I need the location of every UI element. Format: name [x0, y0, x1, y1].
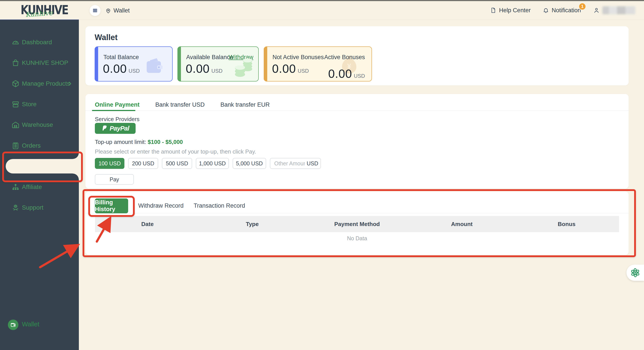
empty-state-text: No Data — [95, 235, 619, 242]
wallet-illustration-icon — [144, 58, 164, 76]
total-balance-label: Total Balance — [104, 54, 139, 61]
currency-label: USD — [298, 68, 309, 74]
amount-1000-button[interactable]: 1,000 USD — [196, 158, 229, 169]
sidebar-item-affiliate[interactable]: Affiliate — [0, 180, 79, 194]
other-amount-currency: USD — [307, 160, 318, 167]
column-header-date: Date — [95, 221, 200, 228]
currency-label: USD — [212, 68, 222, 74]
amount-5000-button[interactable]: 5,000 USD — [233, 158, 266, 169]
total-balance-card: Total Balance 0.00USD — [95, 46, 172, 82]
user-menu[interactable] — [593, 6, 635, 14]
sidebar-item-label: Affiliate — [22, 184, 42, 190]
sidebar-item-support[interactable]: Support — [0, 200, 79, 215]
breadcrumb-label: Wallet — [114, 7, 130, 14]
sidebar-item-kunhive-shop[interactable]: KUNHIVE SHOP — [0, 56, 79, 70]
sidebar-item-label: KUNHIVE SHOP — [22, 59, 68, 66]
sidebar-item-label: Store — [22, 101, 36, 108]
sidebar-item-label: Wallet — [22, 321, 40, 328]
active-bonuses-label: Active Bonuses — [324, 54, 365, 61]
breadcrumb: Wallet — [105, 7, 130, 14]
card-accent-edge — [178, 46, 181, 82]
other-amount-box: USD — [270, 158, 321, 169]
chat-widget-button[interactable] — [626, 264, 644, 281]
total-balance-amount: 0.00USD — [103, 62, 140, 75]
sidebar-logo-area: KUNHIVE Kunhive — [0, 1, 79, 20]
bonuses-card: Not Active Bonuses 0.00USD ¥ Active Bonu… — [264, 46, 372, 82]
currency-label: USD — [128, 68, 140, 74]
payment-tabs: Online Payment Bank transfer USD Bank tr… — [86, 99, 629, 110]
amount-options: 100 USD 200 USD 500 USD 1,000 USD 5,000 … — [95, 158, 321, 169]
paypal-provider-button[interactable]: PayPal — [95, 123, 136, 134]
topbar: Wallet Help Center Notification 1 — [0, 1, 644, 20]
available-balance-label: Available Balance — [186, 54, 233, 61]
amount-200-button[interactable]: 200 USD — [128, 158, 158, 169]
sidebar-item-warehouse[interactable]: Warehouse — [0, 118, 79, 132]
other-amount-input[interactable] — [274, 160, 305, 167]
notification-button[interactable]: Notification 1 — [543, 7, 581, 14]
limit-range: $100 - $5,000 — [148, 139, 183, 145]
user-icon — [593, 7, 600, 14]
tab-bank-transfer-eur[interactable]: Bank transfer EUR — [220, 102, 270, 108]
sidebar-item-label: Orders — [22, 142, 41, 149]
shopping-bag-icon — [12, 59, 20, 67]
sidebar-item-wallet[interactable]: Wallet — [0, 159, 79, 174]
column-header-amount: Amount — [410, 221, 514, 228]
paypal-icon — [101, 124, 108, 132]
wallet-summary-card: Wallet Total Balance 0.00USD Available B… — [86, 26, 629, 86]
sidebar-item-orders[interactable]: Orders — [0, 138, 79, 153]
hamburger-icon — [92, 8, 98, 13]
sidebar-item-label: Warehouse — [22, 121, 53, 128]
chevron-right-icon — [67, 81, 73, 86]
gauge-icon — [12, 38, 20, 46]
available-balance-card: Available Balance Withdraw 0.00USD — [178, 46, 259, 82]
active-pill-scoop-top — [73, 153, 79, 159]
help-center-button[interactable]: Help Center — [490, 7, 530, 14]
available-balance-amount: 0.00USD — [186, 62, 222, 75]
sidebar-item-label: Manage Products — [22, 80, 70, 87]
active-bonuses-column: Active Bonuses 0.00USD — [324, 47, 365, 81]
top-up-limit: Top-up amount limit: $100 - $5,000 — [95, 139, 183, 146]
user-name-redacted — [602, 6, 635, 14]
storefront-icon — [12, 100, 20, 108]
hamburger-menu-button[interactable] — [90, 5, 100, 16]
page-title: Wallet — [95, 33, 118, 42]
tab-billing-history[interactable]: Billing History — [95, 198, 128, 213]
top-up-card: Online Payment Bank transfer USD Bank tr… — [86, 94, 629, 188]
pay-button[interactable]: Pay — [95, 174, 134, 185]
clipboard-icon — [12, 142, 20, 150]
coins-illustration-icon — [232, 56, 254, 80]
record-tabs: Billing History Withdraw Record Transact… — [86, 198, 629, 213]
sitemap-icon — [12, 183, 20, 191]
tab-withdraw-record[interactable]: Withdraw Record — [138, 202, 184, 209]
column-header-type: Type — [200, 221, 304, 228]
records-card: Billing History Withdraw Record Transact… — [86, 192, 629, 255]
amount-500-button[interactable]: 500 USD — [162, 158, 192, 169]
sidebar-item-manage-products[interactable]: Manage Products — [0, 76, 79, 91]
document-icon — [490, 7, 496, 14]
support-flower-icon — [12, 204, 20, 212]
warehouse-icon — [12, 121, 20, 129]
sidebar-item-label: Support — [22, 204, 43, 211]
kunhive-logo[interactable]: KUNHIVE Kunhive — [20, 2, 58, 18]
sidebar-item-store[interactable]: Store — [0, 97, 79, 112]
not-active-bonuses-label: Not Active Bonuses — [272, 54, 324, 61]
notification-badge: 1 — [578, 3, 586, 10]
card-accent-edge — [264, 46, 267, 82]
browser-chrome-strip — [0, 0, 644, 1]
help-center-label: Help Center — [499, 7, 530, 14]
column-header-bonus: Bonus — [514, 221, 619, 228]
amount-100-button[interactable]: 100 USD — [95, 158, 124, 169]
sidebar: Dashboard KUNHIVE SHOP Manage Products S… — [0, 1, 79, 350]
active-bonuses-amount: 0.00USD — [324, 67, 365, 80]
column-header-payment-method: Payment Method — [305, 221, 410, 228]
sidebar-item-label: Dashboard — [22, 39, 52, 46]
wallet-icon — [8, 320, 18, 330]
tab-online-payment[interactable]: Online Payment — [95, 102, 140, 108]
active-tab-underline — [92, 110, 135, 111]
tab-transaction-record[interactable]: Transaction Record — [194, 202, 245, 209]
sidebar-item-dashboard[interactable]: Dashboard — [0, 35, 79, 50]
currency-label: USD — [354, 73, 365, 79]
tab-bank-transfer-usd[interactable]: Bank transfer USD — [155, 102, 204, 108]
table-header-row: Date Type Payment Method Amount Bonus — [95, 216, 619, 232]
bell-icon — [543, 7, 549, 14]
